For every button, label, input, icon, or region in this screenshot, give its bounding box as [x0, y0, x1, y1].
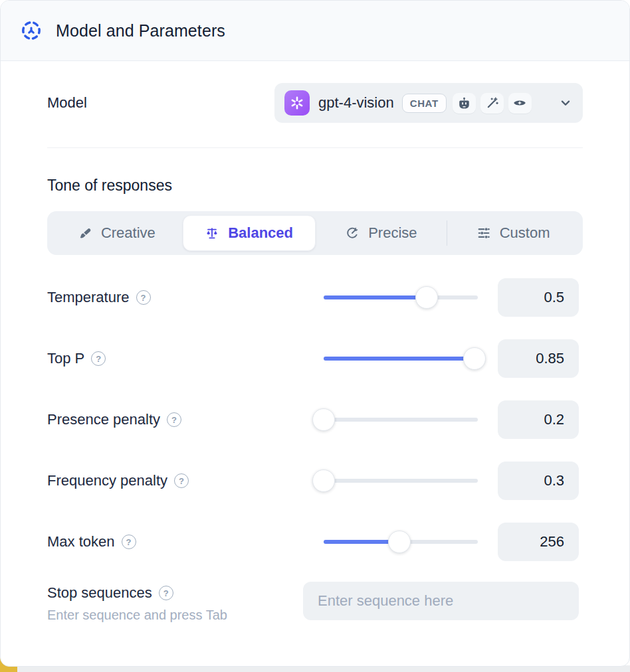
help-icon[interactable]: ? — [159, 586, 173, 600]
help-icon[interactable]: ? — [136, 290, 151, 305]
slider-knob[interactable] — [312, 469, 335, 492]
param-label: Temperature — [47, 289, 130, 306]
tab-custom[interactable]: Custom — [447, 215, 579, 251]
tab-balanced[interactable]: Balanced — [183, 215, 316, 251]
magic-wand-icon — [480, 93, 504, 114]
section-divider — [47, 147, 583, 148]
help-icon[interactable]: ? — [91, 351, 106, 366]
slider-track — [324, 479, 478, 483]
openai-logo-icon — [284, 90, 310, 116]
model-row: Model gpt-4-vis — [47, 83, 583, 123]
tab-label: Custom — [500, 224, 550, 242]
panel-header: Model and Parameters — [1, 1, 629, 61]
slider-track — [324, 418, 478, 422]
tab-creative[interactable]: Creative — [51, 215, 183, 251]
param-label: Presence penalty — [47, 411, 160, 428]
max-token-slider[interactable] — [324, 531, 478, 553]
param-row-temperature: Temperature ? 0.5 — [47, 278, 583, 317]
param-label: Max token — [47, 533, 115, 550]
tone-heading: Tone of responses — [47, 177, 583, 195]
stop-sequences-helper: Enter sequence and press Tab — [47, 608, 303, 623]
model-hub-icon — [19, 19, 43, 42]
param-row-presence-penalty: Presence penalty ? 0.2 — [47, 400, 583, 440]
stop-sequences-row: Stop sequences ? Enter sequence and pres… — [47, 582, 583, 623]
tab-label: Balanced — [228, 224, 293, 242]
stop-sequences-label: Stop sequences — [47, 584, 152, 602]
param-label: Top P — [47, 350, 84, 367]
robot-icon — [453, 93, 476, 114]
help-icon[interactable]: ? — [167, 412, 181, 427]
slider-knob[interactable] — [388, 531, 411, 553]
help-icon[interactable]: ? — [122, 535, 136, 549]
presence-penalty-slider[interactable] — [324, 408, 478, 431]
top-p-slider[interactable] — [324, 347, 478, 370]
target-goal-icon — [345, 226, 360, 240]
selected-model-name: gpt-4-vision — [318, 94, 394, 112]
slider-fill — [324, 295, 427, 299]
balance-scale-icon — [205, 226, 219, 240]
help-icon[interactable]: ? — [174, 473, 189, 488]
tab-label: Creative — [101, 224, 156, 242]
stop-sequence-input[interactable] — [303, 582, 579, 620]
param-row-top-p: Top P ? 0.85 — [47, 339, 583, 378]
capability-chips — [453, 93, 532, 114]
param-row-frequency-penalty: Frequency penalty ? 0.3 — [47, 461, 583, 501]
slider-knob[interactable] — [312, 408, 335, 431]
slider-knob[interactable] — [415, 286, 438, 309]
top-p-value[interactable]: 0.85 — [498, 339, 579, 378]
vision-eye-icon — [508, 93, 532, 114]
model-label: Model — [47, 94, 87, 112]
slider-fill — [324, 357, 474, 361]
sliders-icon — [476, 226, 491, 240]
param-row-max-token: Max token ? 256 — [47, 522, 583, 562]
page-title: Model and Parameters — [56, 21, 225, 41]
frequency-penalty-value[interactable]: 0.3 — [498, 462, 579, 500]
temperature-slider[interactable] — [324, 286, 478, 309]
model-select-dropdown[interactable]: gpt-4-vision CHAT — [274, 83, 583, 123]
model-type-badge: CHAT — [402, 94, 447, 113]
tab-label: Precise — [368, 224, 417, 242]
frequency-penalty-slider[interactable] — [324, 469, 478, 492]
max-token-value[interactable]: 256 — [498, 523, 579, 561]
slider-knob[interactable] — [463, 347, 486, 370]
tone-tab-bar: Creative Balanced — [47, 211, 583, 255]
paintbrush-icon — [78, 226, 92, 240]
temperature-value[interactable]: 0.5 — [498, 278, 579, 317]
model-parameters-panel: Model and Parameters Model — [0, 0, 630, 667]
tab-precise[interactable]: Precise — [316, 215, 447, 251]
presence-penalty-value[interactable]: 0.2 — [498, 400, 579, 439]
param-label: Frequency penalty — [47, 472, 167, 489]
chevron-down-icon — [558, 96, 573, 110]
